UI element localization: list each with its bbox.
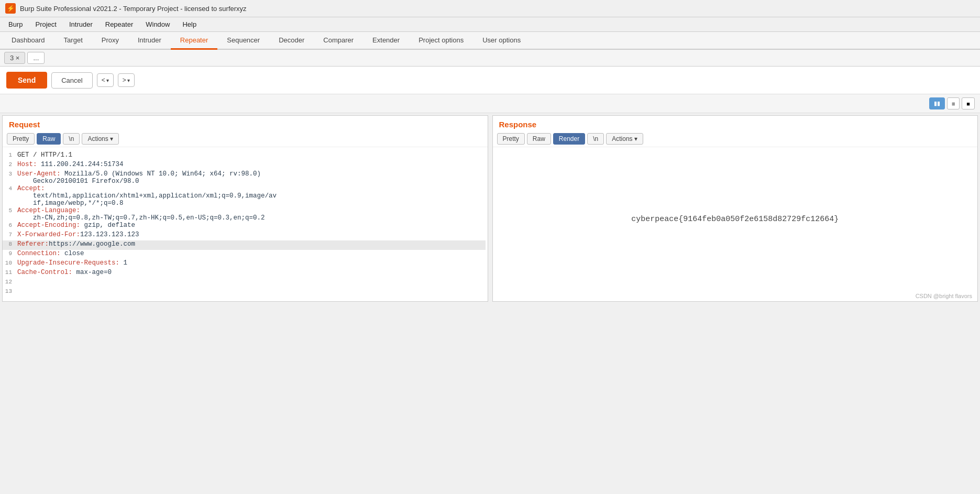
menu-bar: Burp Project Intruder Repeater Window He…: [0, 17, 980, 32]
send-button[interactable]: Send: [6, 72, 47, 89]
tab-target[interactable]: Target: [54, 32, 92, 50]
toolbar: Send Cancel < ▾ > ▾: [0, 67, 980, 94]
menu-burp[interactable]: Burp: [2, 18, 29, 30]
response-title: Response: [493, 116, 978, 131]
tab-extender[interactable]: Extender: [363, 32, 409, 50]
view-split-horizontal-button[interactable]: ▮▮: [929, 97, 945, 109]
repeater-tab-new[interactable]: ...: [27, 52, 45, 64]
response-content: cyberpeace{9164feb0a050f2e6158d82729fc12…: [631, 215, 839, 224]
menu-project[interactable]: Project: [29, 18, 62, 30]
request-pretty-button[interactable]: Pretty: [7, 133, 35, 145]
nav-back-button[interactable]: < ▾: [97, 73, 114, 87]
code-line-1: 1 GET / HTTP/1.1: [3, 151, 486, 161]
view-toggle-bar: ▮▮ ≡ ■: [0, 94, 980, 113]
code-line-11: 11 Cache-Control: max-age=0: [3, 269, 486, 278]
response-pretty-button[interactable]: Pretty: [497, 133, 525, 145]
chevron-down-icon: ▾: [110, 135, 113, 142]
code-line-7: 7 X-Forwarded-For:123.123.123.123: [3, 231, 486, 240]
response-raw-button[interactable]: Raw: [527, 133, 551, 145]
code-line-8: 8 Referer:https://www.google.com: [3, 240, 486, 250]
code-line-2: 2 Host: 111.200.241.244:51734: [3, 161, 486, 170]
code-line-5: 5 Accept-Language: zh-CN,zh;q=0.8,zh-TW;…: [3, 207, 486, 222]
tab-decoder[interactable]: Decoder: [269, 32, 314, 50]
title-bar: ⚡ Burp Suite Professional v2021.2 - Temp…: [0, 0, 980, 17]
response-newline-button[interactable]: \n: [587, 133, 604, 145]
request-panel: Request Pretty Raw \n Actions ▾ 1 GET / …: [2, 115, 488, 302]
menu-help[interactable]: Help: [176, 18, 203, 30]
response-body: cyberpeace{9164feb0a050f2e6158d82729fc12…: [493, 147, 978, 291]
menu-repeater[interactable]: Repeater: [99, 18, 139, 30]
tab-intruder[interactable]: Intruder: [128, 32, 171, 50]
tab-user-options[interactable]: User options: [473, 32, 530, 50]
code-line-4: 4 Accept: text/html,application/xhtml+xm…: [3, 185, 486, 207]
request-raw-button[interactable]: Raw: [37, 133, 61, 145]
tab-dashboard[interactable]: Dashboard: [2, 32, 54, 50]
tab-proxy[interactable]: Proxy: [92, 32, 128, 50]
code-line-12: 12: [3, 278, 486, 288]
app-title: Burp Suite Professional v2021.2 - Tempor…: [20, 5, 247, 13]
code-line-10: 10 Upgrade-Insecure-Requests: 1: [3, 259, 486, 269]
menu-window[interactable]: Window: [139, 18, 176, 30]
code-line-6: 6 Accept-Encoding: gzip, deflate: [3, 222, 486, 231]
menu-intruder[interactable]: Intruder: [63, 18, 99, 30]
request-toolbar: Pretty Raw \n Actions ▾: [3, 131, 488, 147]
request-title: Request: [3, 116, 488, 131]
tab-comparer[interactable]: Comparer: [314, 32, 363, 50]
response-render-button[interactable]: Render: [553, 133, 585, 145]
app-icon: ⚡: [5, 3, 16, 14]
cancel-button[interactable]: Cancel: [51, 72, 92, 89]
response-panel: Response Pretty Raw Render \n Actions ▾ …: [492, 115, 978, 302]
code-line-13: 13: [3, 288, 486, 297]
view-split-vertical-button[interactable]: ≡: [947, 97, 960, 109]
watermark: CSDN @bright flavors: [493, 291, 978, 301]
code-line-3: 3 User-Agent: Mozilla/5.0 (Windows NT 10…: [3, 170, 486, 185]
panels: Request Pretty Raw \n Actions ▾ 1 GET / …: [0, 113, 980, 304]
nav-forward-button[interactable]: > ▾: [118, 73, 135, 87]
tab-repeater[interactable]: Repeater: [171, 32, 217, 50]
response-actions-button[interactable]: Actions ▾: [606, 133, 643, 145]
close-tab-icon[interactable]: ×: [16, 54, 20, 62]
chevron-down-icon: ▾: [634, 135, 637, 142]
tab-project-options[interactable]: Project options: [409, 32, 473, 50]
view-full-button[interactable]: ■: [962, 97, 975, 109]
main-tab-bar: Dashboard Target Proxy Intruder Repeater…: [0, 32, 980, 50]
response-toolbar: Pretty Raw Render \n Actions ▾: [493, 131, 978, 147]
code-line-9: 9 Connection: close: [3, 250, 486, 259]
request-actions-button[interactable]: Actions ▾: [82, 133, 118, 145]
request-code-area[interactable]: 1 GET / HTTP/1.1 2 Host: 111.200.241.244…: [3, 147, 488, 301]
request-newline-button[interactable]: \n: [63, 133, 80, 145]
repeater-tab-3[interactable]: 3 ×: [4, 52, 25, 64]
repeater-tab-bar: 3 × ...: [0, 50, 980, 67]
tab-sequencer[interactable]: Sequencer: [217, 32, 269, 50]
